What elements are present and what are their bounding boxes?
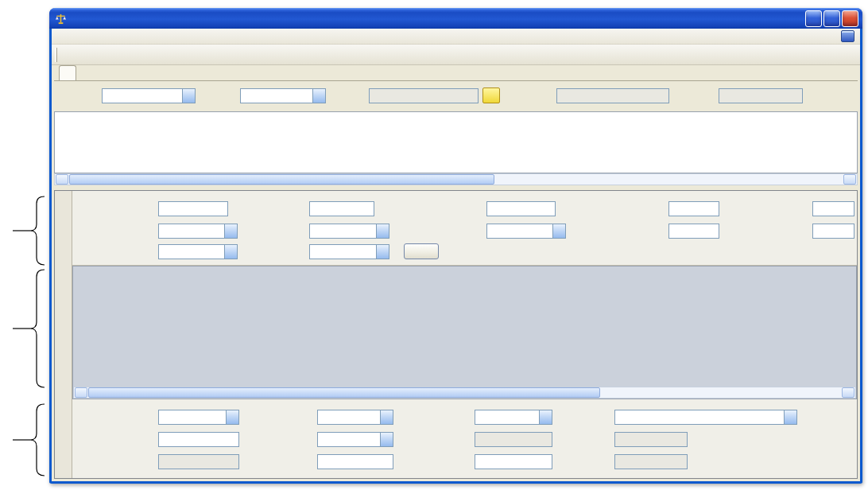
- field-critical: [556, 453, 688, 469]
- full-trailer-input[interactable]: [158, 201, 228, 216]
- combo-value: [159, 410, 226, 424]
- field-loads-to-forecast: [587, 200, 719, 216]
- edit-pencil-button[interactable]: [482, 88, 500, 103]
- window-controls: [805, 10, 858, 27]
- max-commodities-input[interactable]: [812, 201, 854, 216]
- dropdown-arrow-icon[interactable]: [380, 410, 393, 424]
- combo-value: [241, 89, 312, 103]
- account-of-combo[interactable]: [486, 224, 566, 239]
- field-tank-supplier: [263, 409, 393, 425]
- combo-value: [103, 89, 182, 103]
- field-account-of: [402, 223, 566, 239]
- field-company: [56, 88, 196, 103]
- combo-value: [159, 224, 224, 238]
- tank-grid-hscrollbar[interactable]: [73, 387, 856, 399]
- can-go-input[interactable]: [614, 432, 688, 447]
- supplier-combo[interactable]: [309, 224, 389, 239]
- scroll-right-button[interactable]: [843, 174, 856, 185]
- mdi-child-window-button[interactable]: [841, 30, 854, 42]
- dropdown-arrow-icon[interactable]: [376, 245, 389, 259]
- toolbar: [52, 45, 860, 65]
- common-vols-combo[interactable]: [309, 244, 389, 259]
- combo-value: [487, 224, 552, 238]
- tab-commodity-forecast-setup[interactable]: [59, 65, 76, 80]
- field-critical-adj: [402, 200, 556, 216]
- field-supplier: [239, 223, 389, 239]
- field-tank-specific-gravity: [406, 453, 552, 469]
- dropdown-arrow-icon[interactable]: [224, 224, 237, 238]
- dropdown-arrow-icon[interactable]: [539, 410, 552, 424]
- dropdown-arrow-icon[interactable]: [224, 245, 237, 259]
- field-split-group: [79, 243, 238, 259]
- max2-input[interactable]: [668, 224, 719, 239]
- scroll-left-button[interactable]: [56, 174, 68, 185]
- dropdown-arrow-icon[interactable]: [312, 89, 325, 103]
- minimize-button[interactable]: [805, 10, 822, 27]
- rule-combo[interactable]: [317, 432, 393, 447]
- volume-input[interactable]: [475, 432, 552, 447]
- field-alt-id: [203, 88, 326, 103]
- field-specific-gravity: [239, 200, 374, 216]
- min-delivery-input[interactable]: [158, 454, 239, 469]
- annotation-bracket-a: [13, 196, 46, 266]
- model-panel: [72, 191, 857, 266]
- dropdown-arrow-icon[interactable]: [380, 433, 393, 446]
- scroll-track[interactable]: [88, 387, 841, 398]
- field-common-vols: [239, 243, 389, 259]
- forecast-grid-hscrollbar[interactable]: [54, 173, 858, 185]
- tank-default-shipper-combo[interactable]: [158, 410, 239, 425]
- specific-gravity-input[interactable]: [309, 201, 374, 216]
- app-window: [49, 8, 862, 484]
- dropdown-arrow-icon[interactable]: [552, 224, 565, 238]
- dropdown-arrow-icon[interactable]: [226, 410, 238, 424]
- specific-gravity-input[interactable]: [475, 454, 552, 469]
- add-button[interactable]: [404, 243, 439, 259]
- field-tank-account-of: [406, 409, 552, 425]
- scroll-thumb[interactable]: [69, 174, 494, 185]
- tank-supplier-combo[interactable]: [317, 410, 393, 425]
- critical-input[interactable]: [614, 454, 688, 469]
- dropdown-arrow-icon[interactable]: [182, 89, 195, 103]
- alt-id-combo[interactable]: [240, 88, 326, 103]
- scroll-right-button[interactable]: [842, 387, 854, 398]
- close-button[interactable]: [842, 10, 858, 27]
- field-name: [333, 88, 500, 103]
- field-default-shipper: [79, 223, 238, 239]
- combo-value: [310, 245, 376, 259]
- field-max-commodities: [734, 200, 854, 216]
- split-group-combo[interactable]: [158, 244, 238, 259]
- scroll-track[interactable]: [69, 174, 843, 185]
- titlebar[interactable]: [49, 8, 862, 29]
- annotation-bracket-c: [13, 403, 46, 476]
- tank-account-of-combo[interactable]: [475, 410, 552, 425]
- field-max-delivery: [263, 453, 393, 469]
- field-tank-default-shipper: [79, 409, 239, 425]
- name-input[interactable]: [369, 88, 479, 103]
- maximize-button[interactable]: [823, 10, 840, 27]
- max-delivery-input[interactable]: [317, 454, 393, 469]
- combo-value: [318, 433, 380, 446]
- toolbar-grip[interactable]: [55, 48, 57, 62]
- address1-input[interactable]: [556, 88, 669, 103]
- scroll-thumb[interactable]: [88, 387, 600, 398]
- target-input[interactable]: [158, 432, 239, 447]
- field-max2-compartments: [579, 223, 719, 239]
- mode-combo[interactable]: [614, 410, 797, 425]
- dropdown-arrow-icon[interactable]: [784, 410, 796, 424]
- combo-value: [159, 245, 224, 259]
- field-mode: [556, 409, 797, 425]
- short-load-input[interactable]: [812, 224, 854, 239]
- document-tabstrip: [54, 65, 858, 81]
- phone-input[interactable]: [719, 88, 803, 103]
- field-phone: [681, 88, 803, 103]
- annotation-bracket-b: [13, 269, 46, 388]
- field-rule: [263, 431, 393, 447]
- app-icon: [53, 11, 68, 25]
- critical-adj-input[interactable]: [486, 201, 556, 216]
- default-shipper-combo[interactable]: [158, 224, 238, 239]
- loads-input[interactable]: [668, 201, 719, 216]
- scroll-left-button[interactable]: [75, 387, 87, 398]
- company-combo[interactable]: [102, 88, 196, 103]
- field-can-go: [556, 431, 688, 447]
- dropdown-arrow-icon[interactable]: [376, 224, 389, 238]
